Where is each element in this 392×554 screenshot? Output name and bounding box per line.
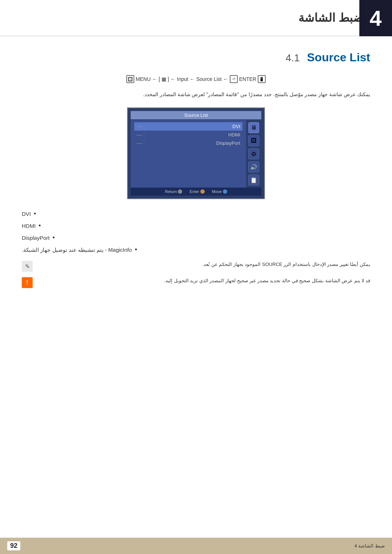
footer-arabic-text: ضبط الشاشة 4 — [355, 543, 385, 549]
footer-page-number: 92 — [7, 541, 20, 550]
section-title-row: 4.1 Source List — [22, 51, 370, 64]
source-list-titlebar: Source List — [131, 111, 261, 119]
source-list-panel: DVI : ---- HDMI : ---- DisplayPort : ---… — [131, 120, 246, 188]
chapter-number: 4 — [369, 6, 381, 31]
navigation-path: 🔲 MENU ← [ ▦ ] ← Input ← Source List ← ⏎… — [22, 75, 370, 83]
list-item-magicinfo: • MagicInfo - يتم تنشيطه عند توصيل جهاز … — [22, 246, 370, 254]
bullet-dot-hdmi: • — [38, 222, 41, 230]
enter-btn-label: Enter — [189, 189, 199, 194]
source-name-hdmi: HDMI — [145, 132, 240, 138]
menu-remote-icon: 🔲 — [126, 75, 134, 83]
menu-label: MENU — [136, 76, 151, 82]
note-pencil-text: يمكن أيضًا تغيير مصدر الإدخال باستخدام ا… — [36, 261, 370, 268]
list-item-displayport: • DisplayPort — [22, 234, 370, 242]
page-header: ضبط الشاشة 4 — [0, 0, 392, 36]
source-item-displayport: DisplayPort : ---- — [134, 139, 242, 147]
enter-btn-icon — [200, 189, 205, 194]
monitor-inner: Source List 🖥 🖼 ⚙ 🔊 📋 DVI — [131, 111, 261, 196]
arrow-1: ← — [152, 76, 157, 82]
header-arabic-title: ضبط الشاشة — [298, 11, 363, 25]
bullet-dot-magicinfo: • — [135, 246, 137, 254]
exclamation-icon: ! — [22, 277, 33, 288]
side-icon-4: 🔊 — [248, 161, 259, 172]
monitor-body: 🖥 🖼 ⚙ 🔊 📋 DVI : ---- HDMI — [131, 120, 261, 188]
input-bracket-icon: [ ▦ ] — [159, 76, 169, 82]
return-btn-icon — [178, 189, 182, 194]
source-status-hdmi: : ---- — [136, 132, 145, 138]
arrow-2: ← — [171, 76, 176, 82]
source-name-dvi: DVI — [145, 124, 240, 129]
source-status-displayport: : ---- — [136, 141, 145, 146]
bullet-list: • DVI • HDMI • DisplayPort • MagicInfo -… — [22, 210, 370, 254]
arrow-4: ← — [223, 76, 228, 82]
bottom-btn-move: Move — [212, 189, 227, 194]
side-icons-panel: 🖥 🖼 ⚙ 🔊 📋 — [246, 120, 261, 188]
arrow-3: ← — [190, 76, 195, 82]
note-pencil-box: يمكن أيضًا تغيير مصدر الإدخال باستخدام ا… — [22, 261, 370, 272]
monitor-screenshot: Source List 🖥 🖼 ⚙ 🔊 📋 DVI — [127, 107, 265, 199]
list-item-hdmi: • HDMI — [22, 222, 370, 230]
bullet-dot-dvi: • — [34, 210, 36, 218]
source-item-hdmi: HDMI : ---- — [134, 131, 242, 139]
section-title: Source List — [307, 51, 370, 64]
screenshot-container: Source List 🖥 🖼 ⚙ 🔊 📋 DVI — [22, 107, 370, 199]
side-icon-3: ⚙ — [248, 148, 259, 159]
move-btn-label: Move — [212, 189, 222, 194]
main-content: 4.1 Source List 🔲 MENU ← [ ▦ ] ← Input ←… — [0, 36, 392, 323]
source-name-displayport: DisplayPort — [145, 140, 240, 146]
enter-icon: ⏎ — [230, 75, 238, 83]
item-text-magicinfo: MagicInfo - يتم تنشيطه عند توصيل جهاز ال… — [22, 247, 132, 253]
enter-label: ENTER — [239, 76, 256, 82]
section-number: 4.1 — [286, 52, 300, 64]
side-icon-2: 🖼 — [248, 135, 259, 146]
bottom-btn-return: Return — [165, 189, 182, 194]
side-icon-1: 🖥 — [248, 122, 259, 133]
item-text-hdmi: HDMI — [22, 223, 36, 229]
move-btn-icon — [223, 189, 227, 194]
note-exclamation-box: قد لا يتم عرض الشاشة بشكل صحيح في حالة ت… — [22, 277, 370, 288]
bullet-dot-displayport: • — [53, 234, 55, 242]
page-footer: 92 ضبط الشاشة 4 — [0, 538, 392, 554]
monitor-bottom-bar: Move Enter Return — [131, 188, 261, 196]
pencil-icon: ✎ — [22, 261, 33, 272]
input-label: Input — [177, 76, 188, 82]
item-text-dvi: DVI — [22, 211, 31, 217]
description-text: يمكنك عرض شاشة جهاز مصدر موّصل بالمنتج. … — [22, 90, 370, 98]
source-status-dvi: : ---- — [136, 124, 145, 129]
item-text-displayport: DisplayPort — [22, 235, 50, 241]
source-item-dvi: DVI : ---- — [134, 122, 242, 131]
remote-icon: 📱 — [258, 75, 266, 83]
side-icon-5: 📋 — [248, 175, 259, 185]
bottom-btn-enter: Enter — [189, 189, 204, 194]
list-item-dvi: • DVI — [22, 210, 370, 218]
note-exclamation-text: قد لا يتم عرض الشاشة بشكل صحيح في حالة ت… — [36, 277, 370, 285]
chapter-number-box: 4 — [359, 0, 392, 36]
return-btn-label: Return — [165, 189, 177, 194]
source-list-path-label: Source List — [196, 76, 222, 82]
